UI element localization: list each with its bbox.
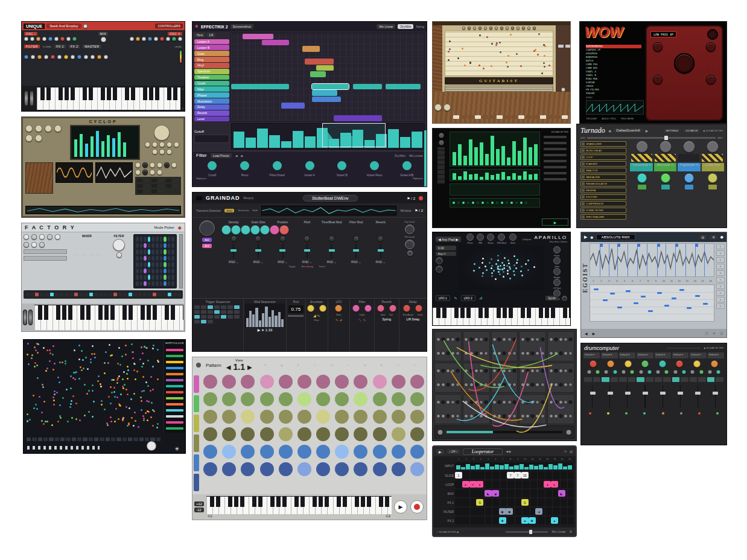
matrix-cell[interactable] (156, 237, 159, 242)
filter-knob[interactable]: Vowel A/B (390, 159, 423, 177)
filter-knob[interactable]: Cutoff (196, 159, 229, 177)
velocity-bar[interactable] (458, 176, 462, 180)
osc-knob[interactable] (39, 234, 45, 240)
slice-flag[interactable] (617, 244, 620, 247)
step-mark[interactable] (679, 289, 684, 291)
matrix-cell[interactable] (156, 243, 159, 249)
preset-arrows[interactable]: ◀ ▶ (506, 450, 511, 453)
module-knob[interactable] (479, 337, 483, 342)
slice-number[interactable]: 10 (660, 279, 667, 282)
module-knob[interactable] (474, 383, 478, 387)
arp-step[interactable] (113, 293, 117, 296)
stop-button[interactable]: ■ (590, 235, 593, 240)
module-knob[interactable] (535, 383, 539, 387)
rnd-slider[interactable] (288, 315, 304, 317)
trigger-cell[interactable] (221, 315, 226, 319)
dictator-button[interactable]: DICTATOR (684, 129, 701, 133)
arp-step[interactable] (173, 293, 176, 296)
pad-cell[interactable] (354, 392, 367, 406)
matrix-cell[interactable] (156, 262, 159, 267)
effect-item[interactable]: VANDALISM (580, 174, 626, 180)
mod-lcd[interactable] (450, 198, 540, 208)
matrix-cell[interactable] (151, 281, 154, 287)
channel-knob[interactable] (625, 360, 632, 368)
slot-pad-1[interactable] (638, 185, 646, 189)
module-knob[interactable] (492, 369, 497, 373)
arp-step[interactable] (148, 293, 151, 296)
row-tag[interactable] (194, 375, 199, 393)
lfo1-wave-icon[interactable]: ∿ (454, 296, 457, 301)
top-knob[interactable]: Shift (509, 234, 517, 244)
module-knob[interactable] (535, 351, 539, 355)
pad-cell[interactable] (297, 392, 311, 406)
vintage-knob[interactable] (152, 142, 157, 147)
fx-knob[interactable] (97, 55, 101, 59)
matrix-cell[interactable] (164, 237, 167, 242)
env-cell[interactable]: ◣ (558, 490, 565, 497)
slot-pad-2[interactable] (661, 185, 670, 189)
step-mark[interactable] (634, 302, 638, 304)
module-knob[interactable] (441, 400, 445, 404)
grain-knob[interactable] (250, 225, 260, 235)
module-knob[interactable] (535, 337, 539, 342)
step-mark[interactable] (664, 305, 669, 307)
column-slider[interactable] (251, 244, 266, 258)
beat-flag[interactable]: ⚑ / 2 (415, 208, 423, 212)
side-button[interactable] (544, 148, 567, 150)
mute-cell[interactable]: ✕ (716, 297, 725, 302)
velocity-bar[interactable] (491, 175, 494, 180)
mute-dot[interactable] (607, 412, 609, 415)
filter-knob[interactable]: Filter/Vowel (261, 159, 293, 177)
trigger-cell[interactable] (227, 305, 233, 309)
mod-bar[interactable] (272, 310, 274, 328)
pad-cell[interactable] (279, 427, 293, 441)
matrix-cell[interactable] (148, 262, 151, 267)
arp-step[interactable] (40, 293, 43, 296)
tilt-knob[interactable] (436, 266, 443, 273)
slice-number[interactable]: 15 (699, 279, 707, 282)
module-knob[interactable] (441, 383, 445, 387)
velocity-bar[interactable] (496, 174, 500, 180)
mod-bar[interactable] (246, 318, 249, 327)
pad-cell[interactable] (410, 462, 424, 476)
matrix-cell[interactable] (156, 256, 159, 261)
preset-row[interactable] (166, 415, 183, 418)
channel-knob-small[interactable] (716, 370, 720, 374)
pitch-bar[interactable] (501, 146, 505, 165)
filter-cutoff-knob[interactable] (352, 305, 360, 312)
step-button[interactable] (637, 377, 644, 382)
mix-knob[interactable] (101, 37, 106, 42)
env-cell[interactable]: ◣ (485, 490, 492, 497)
channel-knob-small[interactable] (630, 370, 634, 374)
play-button[interactable]: ▶ (394, 500, 407, 514)
slice-number[interactable]: 3 (605, 279, 613, 282)
slot-label[interactable]: ‹ Guitar Amp › (702, 163, 725, 171)
osc1-knob[interactable] (24, 37, 28, 41)
effect-row[interactable]: Vinyl (194, 63, 229, 68)
arp-step[interactable] (50, 293, 54, 296)
gate-bar[interactable] (388, 129, 399, 148)
pad-button[interactable] (173, 184, 179, 188)
master-knob[interactable] (147, 441, 156, 451)
pad-cell[interactable] (203, 427, 217, 441)
preset-row[interactable] (166, 367, 183, 369)
step-cell[interactable] (66, 438, 70, 441)
scroll-down-icon[interactable]: ‹ (182, 106, 183, 110)
channel-knob-small[interactable] (604, 370, 608, 374)
channel-fader[interactable] (622, 385, 632, 408)
module-knob[interactable] (474, 414, 478, 418)
matrix-cell[interactable] (140, 243, 143, 249)
particle-display[interactable] (459, 246, 544, 290)
toolbar-icon[interactable]: ⚄ (323, 363, 340, 367)
gate-bar[interactable] (281, 141, 292, 148)
module-knob[interactable] (451, 337, 455, 342)
mod-dot[interactable] (486, 202, 489, 204)
effect-row[interactable]: Looper B (194, 45, 229, 50)
osc-knob[interactable] (47, 234, 52, 240)
module-knob[interactable] (497, 369, 501, 373)
module-knob[interactable] (484, 369, 488, 373)
pad-cell[interactable] (354, 410, 367, 424)
pad-cell[interactable] (260, 427, 274, 441)
settings-button[interactable]: SETTINGS (664, 129, 681, 133)
module-knob[interactable] (492, 414, 497, 418)
